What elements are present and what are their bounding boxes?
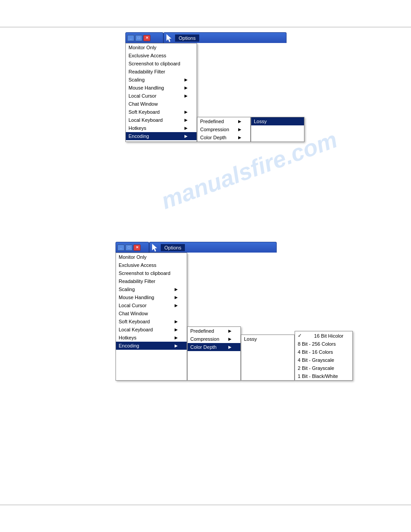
minimize-button-2[interactable]: _ [117, 245, 124, 251]
menu-item-mouse-2[interactable]: Mouse Handling ▶ [116, 293, 187, 301]
dropdown-area-2: Monitor Only Exclusive Access Screenshot… [116, 253, 353, 381]
submenu-compression-2[interactable]: Compression▶ [188, 335, 240, 343]
menu-item-monitor-only-2[interactable]: Monitor Only [116, 253, 187, 261]
top-border [0, 27, 411, 27]
submenu-color-depth-2[interactable]: Color Depth ▶ [188, 343, 240, 351]
window-buttons-1: _ □ ✕ [125, 32, 163, 43]
menu-item-local-cursor-1[interactable]: Local Cursor ▶ [126, 92, 197, 100]
submenu-color-depth-1[interactable]: Color Depth ▶ [197, 133, 250, 142]
menu-item-mouse-1[interactable]: Mouse Handling ▶ [126, 84, 197, 92]
menu-item-readability-1[interactable]: Readability Filter [126, 68, 197, 76]
submenu-1a: Predefined ▶ Compression▶ Color Depth ▶ [197, 117, 251, 142]
menu-item-chat-1[interactable]: Chat Window [126, 100, 197, 108]
minimize-button[interactable]: _ [127, 35, 134, 41]
window-buttons-2: _ □ ✕ [116, 242, 149, 253]
cursor-icon-2 [151, 243, 159, 252]
menu-item-hotkeys-2[interactable]: Hotkeys ▶ [116, 334, 187, 342]
submenu-compression-1[interactable]: Compression▶ [197, 125, 250, 133]
close-button[interactable]: ✕ [143, 35, 150, 41]
menu-item-scaling-1[interactable]: Scaling ▶ [126, 76, 197, 84]
menu-item-encoding-2[interactable]: Encoding ▶ [116, 342, 187, 350]
main-dropdown-1: Monitor Only Exclusive Access Screenshot… [125, 43, 197, 142]
submenu-2b: Lossy [241, 335, 295, 381]
menu-item-screenshot-2[interactable]: Screenshot to clipboard [116, 269, 187, 277]
bottom-border [0, 505, 411, 505]
menu-item-chat-2[interactable]: Chat Window [116, 309, 187, 317]
window-chrome-1: _ □ ✕ Options [125, 32, 287, 43]
dropdown-area-1: Monitor Only Exclusive Access Screenshot… [125, 43, 304, 142]
main-dropdown-2: Monitor Only Exclusive Access Screenshot… [116, 253, 187, 381]
submenu-16bit-2[interactable]: ✓ 16 Bit Hicolor [295, 331, 352, 340]
cursor-icon [165, 34, 173, 43]
submenu-2bit-2[interactable]: 2 Bit - Grayscale [295, 364, 352, 372]
close-button-2[interactable]: ✕ [133, 245, 141, 251]
restore-button-2[interactable]: □ [125, 245, 133, 251]
submenu-lossy-1[interactable]: Lossy [251, 117, 304, 125]
window-chrome-2: _ □ ✕ Options [116, 242, 277, 253]
menu-item-scaling-2[interactable]: Scaling ▶ [116, 285, 187, 293]
menu-item-encoding-1[interactable]: Encoding ▶ [126, 132, 197, 140]
restore-button[interactable]: □ [135, 35, 142, 41]
menu-item-soft-keyboard-2[interactable]: Soft Keyboard ▶ [116, 317, 187, 326]
submenu-4bit-16-2[interactable]: 4 Bit - 16 Colors [295, 348, 352, 356]
menu-item-hotkeys-1[interactable]: Hotkeys ▶ [126, 124, 197, 132]
menu-item-monitor-only-1[interactable]: Monitor Only [126, 43, 197, 51]
menu-group-2: _ □ ✕ Options Monitor Only Exclusive Acc… [116, 242, 353, 381]
menu-item-exclusive-access-2[interactable]: Exclusive Access [116, 261, 187, 269]
options-menu-item-1[interactable]: Options [175, 34, 199, 42]
submenu-2c: ✓ 16 Bit Hicolor 8 Bit - 256 Colors 4 Bi… [295, 331, 353, 381]
submenu-lossy-2[interactable]: Lossy [241, 335, 294, 343]
menu-item-local-keyboard-1[interactable]: Local Keyboard ▶ [126, 116, 197, 124]
menu-item-soft-keyboard-1[interactable]: Soft Keyboard ▶ [126, 108, 197, 116]
options-menu-item-2[interactable]: Options [161, 244, 185, 251]
submenu-1bit-2[interactable]: 1 Bit - Black/White [295, 372, 352, 380]
submenu-8bit-2[interactable]: 8 Bit - 256 Colors [295, 340, 352, 348]
submenu-4bit-gray-2[interactable]: 4 Bit - Grayscale [295, 356, 352, 364]
submenu-1b: Lossy [251, 117, 304, 142]
submenu-predefined-1[interactable]: Predefined ▶ [197, 117, 250, 125]
submenu-2a: Predefined ▶ Compression▶ Color Depth ▶ [187, 326, 241, 381]
menu-item-local-cursor-2[interactable]: Local Cursor ▶ [116, 301, 187, 309]
menu-item-local-keyboard-2[interactable]: Local Keyboard ▶ [116, 326, 187, 334]
menu-item-readability-2[interactable]: Readability Filter [116, 277, 187, 285]
options-bar-1: Options [163, 32, 287, 43]
submenu-predefined-2[interactable]: Predefined ▶ [188, 327, 240, 335]
menu-group-1: _ □ ✕ Options Monitor Only Exclusive Acc… [125, 32, 304, 142]
menu-item-screenshot-1[interactable]: Screenshot to clipboard [126, 60, 197, 68]
menu-item-exclusive-access-1[interactable]: Exclusive Access [126, 51, 197, 60]
options-bar-2: Options [149, 242, 277, 253]
